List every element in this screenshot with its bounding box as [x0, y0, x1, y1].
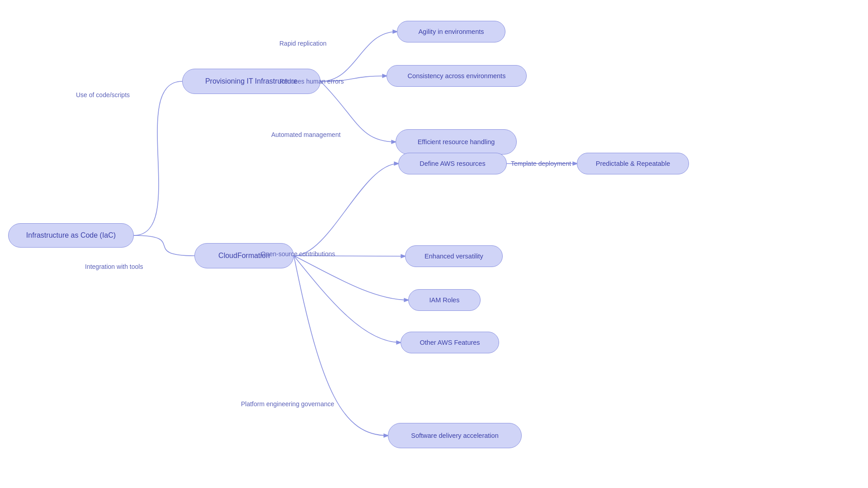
edge-label-integration: Integration with tools — [85, 263, 143, 270]
edge-label-use-of-code: Use of code/scripts — [76, 91, 130, 99]
iam-label: IAM Roles — [429, 296, 460, 304]
predictable-label: Predictable & Repeatable — [596, 160, 670, 167]
efficient-label: Efficient resource handling — [418, 138, 495, 145]
iac-label: Infrastructure as Code (IaC) — [26, 231, 116, 239]
edge-label-automated: Automated management — [271, 131, 340, 138]
software-label: Software delivery acceleration — [411, 432, 498, 439]
define-aws-node: Define AWS resources — [398, 153, 507, 174]
agility-label: Agility in environments — [418, 28, 484, 35]
enhanced-label: Enhanced versatility — [425, 253, 483, 260]
predictable-node: Predictable & Repeatable — [577, 153, 689, 174]
iam-node: IAM Roles — [408, 289, 481, 311]
consistency-node: Consistency across environments — [387, 65, 527, 87]
consistency-label: Consistency across environments — [408, 72, 506, 80]
other-aws-label: Other AWS Features — [420, 339, 480, 346]
define-aws-label: Define AWS resources — [420, 160, 485, 167]
edge-label-platform: Platform engineering governance — [241, 400, 334, 408]
edge-label-rapid: Rapid replication — [279, 40, 326, 47]
enhanced-node: Enhanced versatility — [405, 245, 503, 267]
iac-node: Infrastructure as Code (IaC) — [8, 223, 134, 248]
edge-label-template: Template deployment — [511, 160, 571, 167]
software-node: Software delivery acceleration — [388, 423, 522, 448]
efficient-node: Efficient resource handling — [396, 129, 517, 155]
agility-node: Agility in environments — [397, 21, 505, 42]
edge-label-reduces: Reduces human errors — [279, 78, 344, 85]
edge-label-open-source: Open-source contributions — [261, 250, 335, 258]
other-aws-node: Other AWS Features — [401, 332, 499, 353]
